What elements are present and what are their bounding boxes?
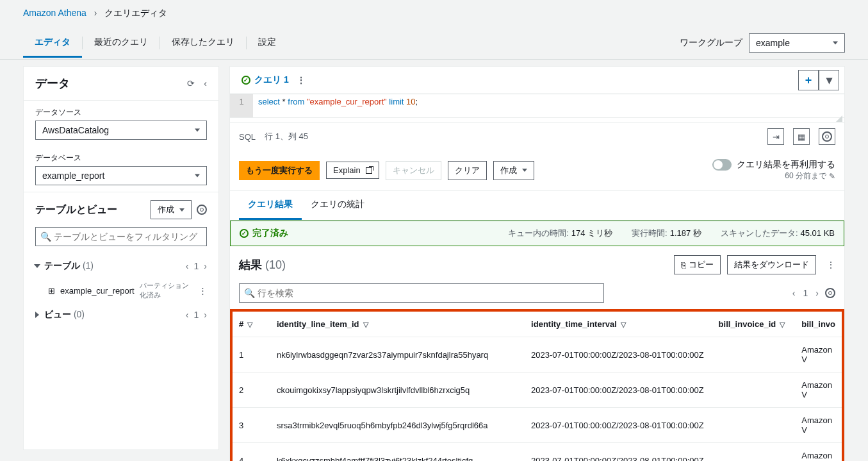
datasource-select[interactable]: AwsDataCatalog: [35, 121, 207, 140]
tables-views-title: テーブルとビュー: [35, 203, 117, 217]
database-select[interactable]: example_report: [35, 166, 207, 185]
chevron-right-icon[interactable]: [35, 312, 39, 318]
kebab-icon[interactable]: ⋮: [297, 75, 306, 85]
tab-recent[interactable]: 最近のクエリ: [83, 29, 160, 58]
reuse-sublabel: 60 分前まで: [785, 171, 826, 181]
database-label: データベース: [35, 153, 207, 163]
datasource-label: データソース: [35, 107, 207, 118]
reuse-label: クエリ結果を再利用する: [737, 159, 835, 171]
table-icon: ⊞: [48, 286, 55, 296]
search-icon: 🔍: [244, 288, 255, 298]
table-row[interactable]: 3srsa3trmibk2evql5ruoq5h6mbyfpb246dl3ylw…: [233, 408, 842, 443]
format-icon[interactable]: ⇥: [767, 128, 784, 145]
breadcrumb-root[interactable]: Amazon Athena: [23, 8, 86, 18]
success-icon: [240, 229, 249, 238]
line-number: 1: [230, 94, 253, 117]
filter-icon[interactable]: ▽: [621, 321, 626, 328]
breadcrumb: Amazon Athena › クエリエディタ: [0, 0, 868, 27]
copy-button[interactable]: ⎘ コピー: [674, 255, 721, 274]
prev-icon[interactable]: ‹: [186, 310, 189, 320]
page-number: 1: [803, 288, 808, 298]
reuse-toggle[interactable]: [712, 159, 732, 171]
success-icon: [242, 76, 250, 85]
create-menu-button[interactable]: 作成: [493, 161, 534, 180]
table-row[interactable]: 2ckouimgokixsy7lappsiyqpw3lskrtjilvlfdvl…: [233, 373, 842, 408]
chevron-down-icon[interactable]: [34, 264, 40, 268]
results-table: #▽ identity_line_item_id▽ identity_time_…: [233, 312, 842, 461]
tab-settings[interactable]: 設定: [247, 29, 288, 58]
kebab-icon[interactable]: ⋮: [199, 286, 207, 296]
filter-icon[interactable]: ▽: [247, 321, 252, 328]
table-name: example_cur_report: [60, 286, 135, 296]
table-item[interactable]: ⊞ example_cur_report パーティション化済み ⋮: [35, 277, 207, 304]
settings-icon[interactable]: [819, 128, 835, 145]
prev-icon[interactable]: ‹: [186, 261, 189, 271]
refresh-icon[interactable]: ⟳: [187, 78, 195, 88]
main-tabs: エディタ 最近のクエリ 保存したクエリ 設定 ワークグループ example: [0, 27, 868, 60]
table-row[interactable]: 1nk6iylrwbasdggeqn7zvar2s37aiympuir7sknf…: [233, 337, 842, 373]
tab-editor[interactable]: エディタ: [23, 29, 82, 58]
partition-tag: パーティション化済み: [140, 281, 190, 300]
kebab-icon[interactable]: ⋮: [826, 260, 835, 270]
sidebar-title: データ: [35, 76, 70, 91]
external-icon: [366, 167, 372, 174]
layout-icon[interactable]: ▦: [793, 128, 810, 145]
results-search-input[interactable]: [239, 283, 604, 303]
tables-page: 1: [194, 261, 199, 271]
sql-code[interactable]: select * from "example_cur_report" limit…: [253, 94, 423, 117]
edit-icon[interactable]: ✎: [829, 172, 835, 181]
add-query-button[interactable]: +: [798, 70, 819, 90]
next-icon[interactable]: ›: [204, 310, 207, 320]
tables-label: テーブル (1): [44, 260, 181, 272]
results-table-highlight: #▽ identity_line_item_id▽ identity_time_…: [230, 309, 844, 461]
workgroup-label: ワークグループ: [680, 37, 742, 49]
resize-handle[interactable]: [230, 117, 844, 122]
status-banner: 完了済み キュー内の時間:174 ミリ秒 実行時間:1.187 秒 スキャンした…: [230, 221, 844, 246]
clear-button[interactable]: クリア: [448, 161, 487, 180]
collapse-icon[interactable]: ‹: [204, 78, 207, 88]
cancel-button: キャンセル: [386, 161, 441, 180]
views-label: ビュー (0): [44, 309, 181, 321]
gear-icon[interactable]: [197, 205, 207, 215]
results-title: 結果 (10): [239, 257, 286, 272]
views-header[interactable]: ビュー (0) ‹ 1 ›: [35, 304, 207, 326]
next-icon[interactable]: ›: [204, 261, 207, 271]
filter-icon[interactable]: ▽: [780, 321, 785, 328]
tab-stats[interactable]: クエリの統計: [302, 191, 373, 220]
prev-page-icon[interactable]: ‹: [792, 288, 796, 298]
explain-button[interactable]: Explain: [326, 162, 379, 179]
create-button[interactable]: 作成: [151, 200, 192, 219]
views-page: 1: [194, 310, 199, 320]
sql-editor[interactable]: 1 select * from "example_cur_report" lim…: [230, 94, 844, 117]
filter-input[interactable]: [35, 227, 207, 246]
query-tab-1[interactable]: クエリ 1 ⋮: [235, 69, 312, 91]
tab-saved[interactable]: 保存したクエリ: [160, 29, 246, 58]
breadcrumb-current: クエリエディタ: [104, 8, 167, 18]
filter-icon[interactable]: ▽: [363, 321, 368, 328]
download-button[interactable]: 結果をダウンロード: [727, 255, 816, 274]
breadcrumb-sep: ›: [94, 8, 97, 18]
sidebar: データ ⟳ ‹ データソース AwsDataCatalog データベース exa…: [23, 66, 219, 450]
cursor-pos: 行 1、列 45: [265, 131, 308, 142]
tables-header[interactable]: テーブル (1) ‹ 1 ›: [35, 255, 207, 277]
gear-icon[interactable]: [825, 288, 835, 298]
tab-results[interactable]: クエリ結果: [239, 191, 302, 220]
table-row[interactable]: 4k6xkxqcvzzsmhbf4amftf7fj3l3zvj6t23klzkf…: [233, 443, 842, 462]
run-button[interactable]: もう一度実行する: [239, 161, 320, 180]
lang-label: SQL: [239, 132, 256, 142]
search-icon: 🔍: [40, 231, 51, 242]
query-menu-button[interactable]: ▾: [819, 70, 839, 90]
workgroup-select[interactable]: example: [749, 33, 845, 53]
next-page-icon[interactable]: ›: [815, 288, 819, 298]
